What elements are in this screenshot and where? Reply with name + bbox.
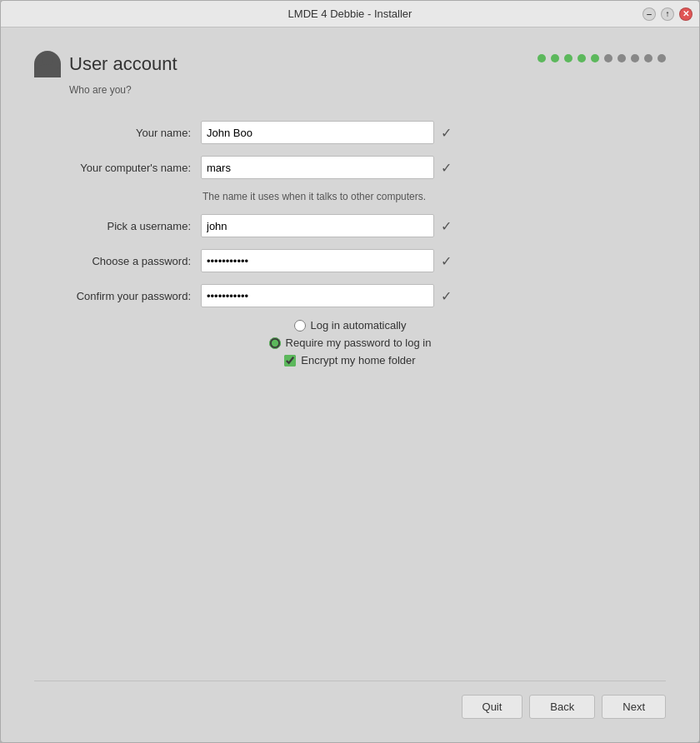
titlebar: LMDE 4 Debbie - Installer – ↑ ✕ xyxy=(1,1,699,27)
your-name-input[interactable] xyxy=(201,121,434,144)
computer-name-hint-row: The name it uses when it talks to other … xyxy=(34,191,666,202)
password-checkmark: ✓ xyxy=(441,253,452,269)
encrypt-checkbox[interactable] xyxy=(284,355,296,367)
password-row: Choose a password: ✓ xyxy=(34,249,666,272)
confirm-password-label: Confirm your password: xyxy=(34,290,201,302)
close-button[interactable]: ✕ xyxy=(679,7,692,21)
computer-name-row: Your computer's name: ✓ xyxy=(34,156,666,179)
confirm-password-input[interactable] xyxy=(201,284,434,307)
login-require-row: Require my password to log in xyxy=(269,337,432,349)
computer-name-checkmark: ✓ xyxy=(441,160,452,176)
confirm-password-input-wrap: ✓ xyxy=(201,284,452,307)
minimize-button[interactable]: – xyxy=(642,7,656,21)
dot-2 xyxy=(551,54,559,62)
login-require-label: Require my password to log in xyxy=(286,337,432,349)
password-input[interactable] xyxy=(201,249,434,272)
dot-10 xyxy=(658,54,666,62)
form-area: Your name: ✓ Your computer's name: ✓ The… xyxy=(34,121,666,681)
user-icon xyxy=(34,51,61,77)
your-name-input-wrap: ✓ xyxy=(201,121,452,144)
username-label: Pick a username: xyxy=(34,220,201,232)
dot-1 xyxy=(538,54,546,62)
login-require-radio[interactable] xyxy=(269,337,281,349)
dot-4 xyxy=(578,54,586,62)
confirm-password-checkmark: ✓ xyxy=(441,288,452,304)
titlebar-title: LMDE 4 Debbie - Installer xyxy=(58,7,642,20)
login-auto-radio[interactable] xyxy=(294,320,306,332)
computer-name-hint: The name it uses when it talks to other … xyxy=(201,191,426,202)
dot-8 xyxy=(631,54,639,62)
username-input[interactable] xyxy=(201,214,434,237)
maximize-button[interactable]: ↑ xyxy=(661,7,674,21)
dot-3 xyxy=(564,54,572,62)
header-left: User account xyxy=(34,51,178,77)
next-button[interactable]: Next xyxy=(602,695,666,719)
username-row: Pick a username: ✓ xyxy=(34,214,666,237)
titlebar-controls: – ↑ ✕ xyxy=(642,7,692,21)
password-input-wrap: ✓ xyxy=(201,249,452,272)
dot-9 xyxy=(644,54,652,62)
page-subtitle: Who are you? xyxy=(69,84,666,96)
login-auto-label: Log in automatically xyxy=(311,319,407,332)
quit-button[interactable]: Quit xyxy=(462,695,523,719)
computer-name-label: Your computer's name: xyxy=(34,162,201,174)
your-name-row: Your name: ✓ xyxy=(34,121,666,144)
your-name-label: Your name: xyxy=(34,127,201,139)
dot-5 xyxy=(591,54,599,62)
confirm-password-row: Confirm your password: ✓ xyxy=(34,284,666,307)
username-input-wrap: ✓ xyxy=(201,214,452,237)
footer: Quit Back Next xyxy=(34,681,666,726)
encrypt-row: Encrypt my home folder xyxy=(284,354,415,367)
your-name-checkmark: ✓ xyxy=(441,125,452,141)
dot-7 xyxy=(618,54,626,62)
hint-spacer xyxy=(34,191,201,202)
computer-name-input[interactable] xyxy=(201,156,434,179)
installer-window: LMDE 4 Debbie - Installer – ↑ ✕ User acc… xyxy=(0,0,700,743)
dot-6 xyxy=(604,54,612,62)
back-button[interactable]: Back xyxy=(529,695,595,719)
login-options: Log in automatically Require my password… xyxy=(34,319,666,367)
main-content: User account Who are you? Your name: xyxy=(1,27,699,742)
username-checkmark: ✓ xyxy=(441,218,452,234)
progress-dots xyxy=(538,54,666,62)
encrypt-label: Encrypt my home folder xyxy=(301,354,415,367)
computer-name-input-wrap: ✓ xyxy=(201,156,452,179)
password-label: Choose a password: xyxy=(34,255,201,267)
page-title: User account xyxy=(69,53,178,75)
page-header: User account xyxy=(34,51,666,77)
login-auto-row: Log in automatically xyxy=(294,319,407,332)
